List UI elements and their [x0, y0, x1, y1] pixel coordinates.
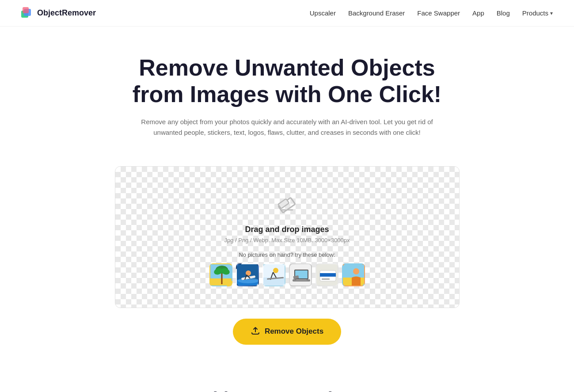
dropzone-main-label: Drag and drop images — [245, 225, 329, 234]
eraser-icon — [276, 193, 299, 218]
features-title: Our Object Removal Features — [9, 389, 565, 392]
sample-thumb-beach[interactable] — [209, 263, 232, 286]
features-section: Our Object Removal Features Learn more a… — [0, 371, 574, 392]
sample-thumb-card[interactable] — [316, 263, 338, 286]
hero-section: Remove Unwanted Objects from Images with… — [0, 27, 574, 152]
brand-name: ObjectRemover — [37, 8, 96, 18]
nav-links: Upscaler Background Eraser Face Swapper … — [310, 9, 553, 17]
sample-images — [209, 263, 365, 286]
navbar: ObjectRemover Upscaler Background Eraser… — [0, 0, 574, 27]
cta-wrapper: Remove Objects — [0, 319, 574, 345]
sample-thumb-surf[interactable] — [236, 263, 259, 286]
svg-rect-33 — [322, 278, 330, 280]
upload-icon — [251, 326, 260, 338]
dropzone[interactable]: Drag and drop images Jpg / Png / Webp. M… — [115, 166, 460, 308]
hero-title: Remove Unwanted Objects from Images with… — [119, 55, 455, 108]
sample-thumb-person[interactable] — [342, 263, 365, 286]
nav-upscaler[interactable]: Upscaler — [310, 9, 336, 17]
nav-background-eraser[interactable]: Background Eraser — [348, 9, 405, 17]
nav-products[interactable]: Products ▾ — [522, 9, 553, 17]
sample-thumb-ski[interactable] — [262, 263, 285, 286]
logo-icon — [21, 7, 34, 19]
remove-objects-button[interactable]: Remove Objects — [233, 319, 341, 345]
nav-blog[interactable]: Blog — [497, 9, 510, 17]
svg-point-36 — [353, 268, 359, 274]
sample-thumb-laptop[interactable] — [289, 263, 312, 286]
cta-label: Remove Objects — [265, 327, 323, 336]
dropzone-sub-label: Jpg / Png / Webp. Max Size 10MB. 3000×30… — [224, 237, 350, 244]
brand-logo[interactable]: ObjectRemover — [21, 7, 96, 19]
nav-face-swapper[interactable]: Face Swapper — [417, 9, 460, 17]
sample-prompt: No pictures on hand? try these below: — [239, 251, 335, 258]
svg-rect-4 — [278, 198, 289, 208]
svg-rect-32 — [320, 273, 336, 277]
svg-rect-2 — [23, 7, 29, 13]
nav-app[interactable]: App — [472, 9, 484, 17]
svg-rect-28 — [296, 279, 307, 280]
hero-description: Remove any object from your photos quick… — [137, 117, 437, 138]
svg-point-20 — [273, 268, 278, 273]
chevron-down-icon: ▾ — [550, 10, 553, 16]
